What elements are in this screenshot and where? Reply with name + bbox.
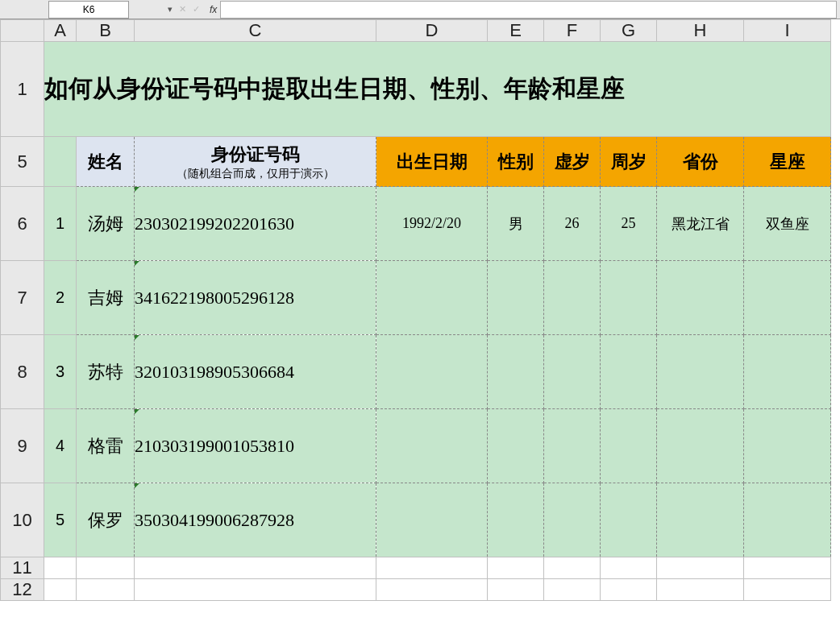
cell-B11[interactable]: [77, 557, 135, 579]
cell-I11[interactable]: [744, 557, 831, 579]
header-zodiac[interactable]: 星座: [744, 137, 831, 187]
cell-index[interactable]: 4: [44, 409, 77, 483]
name-box[interactable]: K6: [48, 1, 129, 19]
cell-age-nominal[interactable]: [544, 335, 601, 409]
cell-name[interactable]: 苏特: [77, 335, 135, 409]
row-header-11[interactable]: 11: [1, 557, 44, 579]
cell-zodiac[interactable]: [744, 261, 831, 335]
cell-C12[interactable]: [135, 579, 376, 601]
row-header-6[interactable]: 6: [1, 187, 44, 261]
cell-birth[interactable]: [376, 335, 488, 409]
cell-H11[interactable]: [657, 557, 744, 579]
cell-gender[interactable]: [488, 409, 544, 483]
cell-age-full[interactable]: [601, 335, 657, 409]
col-header-E[interactable]: E: [488, 20, 544, 42]
data-row: 72吉姆341622198005296128: [1, 261, 831, 335]
col-header-G[interactable]: G: [601, 20, 657, 42]
cell-name[interactable]: 吉姆: [77, 261, 135, 335]
cell-name[interactable]: 保罗: [77, 483, 135, 557]
header-id[interactable]: 身份证号码 （随机组合而成，仅用于演示）: [135, 137, 376, 187]
cell-birth[interactable]: 1992/2/20: [376, 187, 488, 261]
cell-id[interactable]: 350304199006287928: [135, 483, 376, 557]
cell-zodiac[interactable]: [744, 409, 831, 483]
cell-E11[interactable]: [488, 557, 544, 579]
sheet-area[interactable]: A B C D E F G H I 1 如何从身份证号码中提取出生日期、性别、年…: [0, 19, 840, 638]
select-all-corner[interactable]: [1, 20, 44, 42]
cell-index[interactable]: 1: [44, 187, 77, 261]
cell-age-nominal[interactable]: [544, 483, 601, 557]
title-cell[interactable]: 如何从身份证号码中提取出生日期、性别、年龄和星座: [44, 42, 831, 137]
cell-province[interactable]: [657, 409, 744, 483]
cell-zodiac[interactable]: 双鱼座: [744, 187, 831, 261]
cell-gender[interactable]: 男: [488, 187, 544, 261]
row-header-5[interactable]: 5: [1, 137, 44, 187]
cell-D11[interactable]: [376, 557, 488, 579]
col-header-D[interactable]: D: [376, 20, 488, 42]
fx-label[interactable]: fx: [210, 4, 217, 15]
cell-index[interactable]: 3: [44, 335, 77, 409]
dropdown-icon[interactable]: ▾: [168, 4, 173, 14]
cell-province[interactable]: [657, 483, 744, 557]
cell-age-nominal[interactable]: 26: [544, 187, 601, 261]
header-age-nominal[interactable]: 虚岁: [544, 137, 601, 187]
cell-F12[interactable]: [544, 579, 601, 601]
cell-id[interactable]: 230302199202201630: [135, 187, 376, 261]
row-header-8[interactable]: 8: [1, 335, 44, 409]
cell-A5[interactable]: [44, 137, 77, 187]
cell-G11[interactable]: [601, 557, 657, 579]
cell-E12[interactable]: [488, 579, 544, 601]
header-age-full[interactable]: 周岁: [601, 137, 657, 187]
cell-A12[interactable]: [44, 579, 77, 601]
cell-province[interactable]: [657, 335, 744, 409]
cell-gender[interactable]: [488, 261, 544, 335]
row-header-12[interactable]: 12: [1, 579, 44, 601]
cell-age-full[interactable]: [601, 409, 657, 483]
cell-A11[interactable]: [44, 557, 77, 579]
cell-age-full[interactable]: 25: [601, 187, 657, 261]
cell-id[interactable]: 341622198005296128: [135, 261, 376, 335]
header-province[interactable]: 省份: [657, 137, 744, 187]
col-header-H[interactable]: H: [657, 20, 744, 42]
cell-H12[interactable]: [657, 579, 744, 601]
cell-index[interactable]: 2: [44, 261, 77, 335]
cell-age-full[interactable]: [601, 261, 657, 335]
cell-province[interactable]: 黑龙江省: [657, 187, 744, 261]
header-gender[interactable]: 性别: [488, 137, 544, 187]
header-birth[interactable]: 出生日期: [376, 137, 488, 187]
cell-F11[interactable]: [544, 557, 601, 579]
col-header-B[interactable]: B: [77, 20, 135, 42]
cell-zodiac[interactable]: [744, 483, 831, 557]
col-header-F[interactable]: F: [544, 20, 601, 42]
cell-birth[interactable]: [376, 409, 488, 483]
cell-D12[interactable]: [376, 579, 488, 601]
formula-input[interactable]: [220, 1, 837, 19]
cell-birth[interactable]: [376, 483, 488, 557]
cell-G12[interactable]: [601, 579, 657, 601]
cell-age-nominal[interactable]: [544, 409, 601, 483]
cell-province[interactable]: [657, 261, 744, 335]
col-header-A[interactable]: A: [44, 20, 77, 42]
cell-gender[interactable]: [488, 335, 544, 409]
cell-id[interactable]: 210303199001053810: [135, 409, 376, 483]
cell-gender[interactable]: [488, 483, 544, 557]
cell-I12[interactable]: [744, 579, 831, 601]
cancel-icon[interactable]: ✕: [179, 4, 186, 14]
cell-C11[interactable]: [135, 557, 376, 579]
header-name[interactable]: 姓名: [77, 137, 135, 187]
cell-B12[interactable]: [77, 579, 135, 601]
row-header-10[interactable]: 10: [1, 483, 44, 557]
col-header-I[interactable]: I: [744, 20, 831, 42]
cell-age-full[interactable]: [601, 483, 657, 557]
cell-id[interactable]: 320103198905306684: [135, 335, 376, 409]
cell-index[interactable]: 5: [44, 483, 77, 557]
row-header-1[interactable]: 1: [1, 42, 44, 137]
cell-name[interactable]: 格雷: [77, 409, 135, 483]
row-header-9[interactable]: 9: [1, 409, 44, 483]
col-header-C[interactable]: C: [135, 20, 376, 42]
cell-birth[interactable]: [376, 261, 488, 335]
cell-name[interactable]: 汤姆: [77, 187, 135, 261]
cell-zodiac[interactable]: [744, 335, 831, 409]
accept-icon[interactable]: ✓: [193, 4, 200, 14]
row-header-7[interactable]: 7: [1, 261, 44, 335]
cell-age-nominal[interactable]: [544, 261, 601, 335]
